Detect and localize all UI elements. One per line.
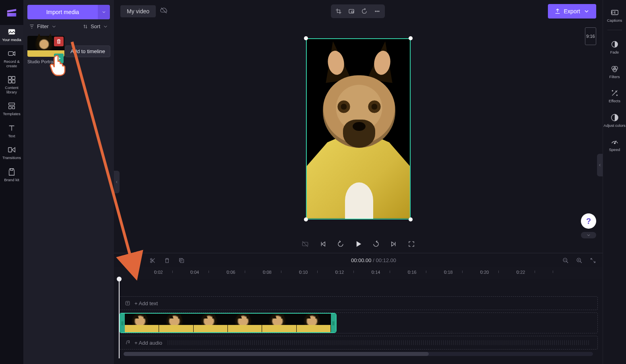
current-time: 00:00.00 xyxy=(351,257,372,263)
zoom-in-button[interactable] xyxy=(575,256,583,265)
canvas-selection[interactable] xyxy=(306,38,411,219)
svg-point-14 xyxy=(375,10,376,11)
add-text-placeholder: + Add text xyxy=(134,300,158,306)
svg-point-16 xyxy=(378,10,379,11)
nav-label: Templates xyxy=(3,112,20,116)
clip-thumbstrip xyxy=(125,314,331,332)
rotate-icon xyxy=(361,8,368,14)
resize-handle-top-left[interactable] xyxy=(304,36,308,40)
captions-button[interactable]: Captions xyxy=(603,4,626,27)
sync-status-icon[interactable] xyxy=(160,6,168,16)
clip-trim-right[interactable]: || xyxy=(331,314,336,332)
speed-button[interactable]: Speed xyxy=(603,133,626,156)
nav-brand-kit[interactable]: Brand kit xyxy=(0,165,23,185)
chevron-down-icon xyxy=(103,24,108,29)
chevron-down-icon xyxy=(583,8,590,14)
resize-handle-top-right[interactable] xyxy=(409,36,413,40)
forward-button[interactable] xyxy=(371,239,381,249)
filter-label: Filter xyxy=(37,23,49,29)
split-button[interactable] xyxy=(149,256,157,265)
play-button[interactable] xyxy=(353,239,363,249)
project-title-input[interactable]: My video xyxy=(120,5,156,17)
ruler-tick-label: 0:02 xyxy=(154,270,163,275)
nav-text[interactable]: Text xyxy=(0,121,23,141)
speed-icon xyxy=(610,137,619,146)
timeline-tracks[interactable]: + Add text || || + Add audio xyxy=(114,279,603,364)
delete-media-button[interactable] xyxy=(54,37,64,46)
ruler-tick-label: 0:18 xyxy=(444,270,452,275)
media-panel: Import media Filter Sort Studio xyxy=(23,0,114,364)
crop-button[interactable] xyxy=(333,6,345,17)
resize-handle-bottom-left[interactable] xyxy=(304,217,308,221)
preview-stage[interactable]: ? xyxy=(114,22,603,235)
undo-button[interactable] xyxy=(120,256,128,265)
timeline-scrollbar[interactable] xyxy=(124,352,593,356)
nav-content-library[interactable]: Content library xyxy=(0,73,23,97)
zoom-out-button[interactable] xyxy=(562,256,570,265)
aspect-ratio-button[interactable]: 9:16 xyxy=(585,27,596,45)
redo-icon xyxy=(135,257,141,264)
fade-button[interactable]: Fade xyxy=(603,36,626,58)
text-track[interactable]: + Add text xyxy=(119,296,598,310)
svg-rect-4 xyxy=(12,77,15,79)
filters-button[interactable]: Filters xyxy=(603,60,626,83)
top-toolbar: My video Export xyxy=(114,0,603,22)
collapse-preview-controls[interactable] xyxy=(581,232,596,238)
playback-controls xyxy=(114,235,603,253)
separator xyxy=(607,30,622,30)
effects-button[interactable]: Effects xyxy=(603,85,626,107)
picture-in-picture-button[interactable] xyxy=(345,6,357,17)
import-media-button[interactable]: Import media xyxy=(27,5,98,19)
nav-templates[interactable]: Templates xyxy=(0,99,23,119)
sort-button[interactable]: Sort xyxy=(83,23,108,29)
playhead[interactable] xyxy=(119,279,120,358)
rr-label: Fade xyxy=(610,50,619,54)
fullscreen-button[interactable] xyxy=(407,239,416,249)
app-logo[interactable] xyxy=(6,6,18,19)
skip-start-button[interactable] xyxy=(318,239,328,249)
svg-rect-8 xyxy=(9,106,11,109)
nav-transitions[interactable]: Transitions xyxy=(0,143,23,163)
video-clip[interactable]: || || xyxy=(119,313,337,333)
filter-button[interactable]: Filter xyxy=(29,23,57,29)
help-button[interactable]: ? xyxy=(581,213,596,229)
resize-handle-bottom-right[interactable] xyxy=(409,217,413,221)
skip-end-button[interactable] xyxy=(389,239,399,249)
audio-waveform-placeholder xyxy=(167,340,589,345)
export-button[interactable]: Export xyxy=(548,4,596,19)
adjust-icon xyxy=(610,113,619,122)
pip-icon xyxy=(348,8,355,14)
clip-trim-left[interactable]: || xyxy=(120,314,125,332)
duplicate-clip-button[interactable] xyxy=(178,256,186,265)
video-track[interactable]: || || xyxy=(119,312,598,333)
more-options-button[interactable] xyxy=(371,6,383,17)
media-grid: Studio Portrai… Add to timeline xyxy=(23,33,114,66)
rr-label: Effects xyxy=(609,99,620,103)
hand-cursor-illustration xyxy=(47,53,71,77)
rewind-button[interactable] xyxy=(336,239,345,249)
import-media-dropdown[interactable] xyxy=(98,5,110,19)
collapse-panel-right[interactable] xyxy=(597,154,603,176)
nav-record-create[interactable]: Record & create xyxy=(0,47,23,71)
scrollbar-thumb[interactable] xyxy=(124,352,429,356)
timeline-ruler[interactable]: 0:020:040:060:080:100:120:140:160:180:20… xyxy=(114,267,603,279)
rr-label: Captions xyxy=(607,19,622,23)
delete-clip-button[interactable] xyxy=(163,256,171,265)
nav-your-media[interactable]: Your media xyxy=(0,25,23,45)
preview-toggle-button[interactable] xyxy=(300,239,310,249)
ruler-tick-label: 0:20 xyxy=(480,270,489,275)
rotate-button[interactable] xyxy=(358,6,370,17)
fit-timeline-button[interactable] xyxy=(589,256,597,265)
aspect-label: 9:16 xyxy=(586,34,595,39)
preview-canvas[interactable] xyxy=(306,38,411,219)
rr-label: Filters xyxy=(609,75,620,79)
duplicate-icon xyxy=(178,257,185,264)
chevron-left-icon xyxy=(598,163,602,167)
svg-rect-24 xyxy=(611,10,618,15)
nav-label: Brand kit xyxy=(4,178,19,182)
audio-track[interactable]: + Add audio xyxy=(119,336,598,350)
redo-button[interactable] xyxy=(134,256,142,265)
svg-rect-10 xyxy=(8,148,12,152)
adjust-colors-button[interactable]: Adjust colors xyxy=(603,109,626,132)
more-icon xyxy=(374,8,380,14)
